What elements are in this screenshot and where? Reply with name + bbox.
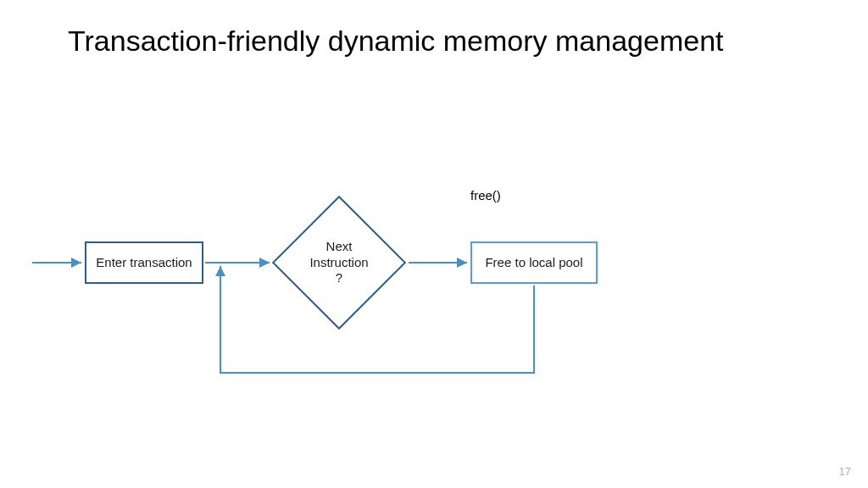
page-number: 17 [839, 465, 851, 478]
node-decision-label: Next Instruction ? [309, 239, 368, 286]
decision-branch-label: free() [470, 188, 501, 202]
node-decision: Next Instruction ? [273, 197, 405, 329]
node-enter-transaction-label: Enter transaction [96, 255, 192, 271]
flow-diagram: Enter transaction Next Instruction ? Fre… [0, 0, 868, 488]
node-free-local-pool: Free to local pool [470, 241, 598, 284]
node-free-local-pool-label: Free to local pool [485, 255, 582, 271]
node-enter-transaction: Enter transaction [85, 241, 203, 284]
